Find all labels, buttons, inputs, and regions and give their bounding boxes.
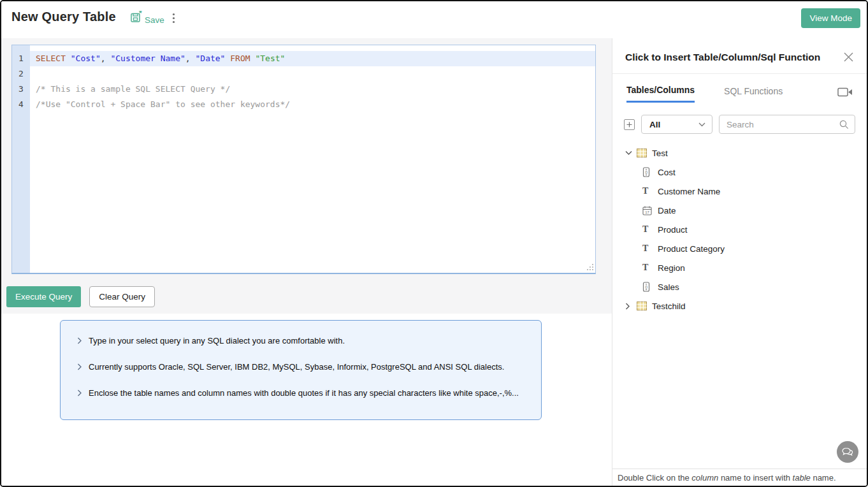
tree-node-label: Customer Name (658, 187, 720, 196)
tree-node-column[interactable]: T Product (625, 220, 867, 239)
query-editor-region: 1 2 3 4 SELECT "Cost", "Customer Name", … (1, 38, 612, 486)
chevron-down-icon (698, 122, 705, 127)
text-column-icon: T (642, 244, 658, 254)
tree-node-label: Product (658, 225, 688, 235)
tip-item: Type in your select query in any SQL dia… (77, 336, 532, 345)
expand-all-button[interactable] (624, 119, 635, 130)
table-filter-value: All (649, 120, 698, 129)
editor-resize-handle[interactable] (585, 263, 595, 272)
tree-node-table[interactable]: Testchild (625, 296, 867, 316)
chevron-right-icon (77, 337, 82, 344)
code-line-3: /* This is a sample SQL SELECT Query */ (30, 82, 595, 97)
svg-text:17: 17 (645, 210, 649, 214)
sql-token: "Test" (255, 54, 285, 63)
date-column-icon: 17 (642, 206, 658, 215)
insert-panel: Click to Insert Table/Column/Sql Functio… (612, 38, 867, 486)
tree-node-label: Testchild (652, 302, 686, 311)
plus-icon (626, 122, 632, 127)
chevron-right-icon (77, 389, 82, 396)
tree-node-column[interactable]: T Region (625, 258, 867, 277)
chevron-right-icon (77, 363, 82, 370)
chat-bubbles-icon (841, 447, 854, 458)
tree-node-label: Cost (658, 168, 676, 177)
sql-token: SELECT (36, 54, 66, 63)
insert-panel-header: Click to Insert Table/Column/Sql Functio… (612, 38, 867, 74)
svg-text:0: 0 (645, 285, 647, 289)
panel-controls: All (612, 103, 867, 134)
video-tutorial-button[interactable] (837, 87, 853, 101)
save-icon: * (130, 11, 143, 25)
view-mode-button[interactable]: View Mode (801, 8, 860, 28)
page-title: New Query Table (11, 10, 116, 24)
line-number-gutter: 1 2 3 4 (12, 45, 30, 273)
tree-node-label: Date (658, 206, 676, 215)
panel-tabs: Tables/Columns SQL Functions (612, 74, 867, 103)
text-column-icon: T (642, 263, 658, 273)
chevron-down-icon[interactable] (625, 150, 637, 156)
sql-token: FROM (230, 54, 250, 63)
search-icon (839, 120, 849, 129)
tree-node-column[interactable]: T Customer Name (625, 182, 867, 201)
code-area[interactable]: SELECT "Cost", "Customer Name", "Date" F… (30, 45, 595, 273)
line-number: 4 (12, 97, 30, 112)
tab-tables-columns[interactable]: Tables/Columns (626, 85, 695, 103)
editor-actions: Execute Query Clear Query (6, 286, 155, 307)
more-options-button[interactable] (168, 11, 179, 28)
header: New Query Table * Save View Mode (1, 1, 867, 38)
code-line-1: SELECT "Cost", "Customer Name", "Date" F… (30, 51, 595, 66)
tree-node-label: Region (658, 263, 685, 273)
number-column-icon: 0 (642, 167, 658, 177)
tree-node-label: Product Category (658, 244, 725, 254)
save-button[interactable]: * Save (130, 11, 164, 25)
close-icon (843, 52, 854, 62)
kebab-menu-icon (172, 13, 175, 24)
tree-node-label: Sales (658, 282, 679, 292)
sql-token: "Cost" (71, 54, 101, 63)
sql-editor[interactable]: 1 2 3 4 SELECT "Cost", "Customer Name", … (11, 45, 596, 274)
panel-hint: Double Click on the column name to inser… (612, 469, 867, 486)
table-icon (637, 302, 652, 310)
chevron-right-icon[interactable] (625, 303, 637, 310)
sql-token: "Date" (195, 54, 225, 63)
tree-node-column[interactable]: T Product Category (625, 239, 867, 258)
text-column-icon: T (642, 186, 658, 196)
number-column-icon: 0 (642, 282, 658, 292)
hint-column-word: column (691, 473, 718, 483)
tree-node-column[interactable]: 0 Sales (625, 277, 867, 296)
table-icon (637, 149, 652, 157)
line-number: 2 (12, 66, 30, 82)
save-label: Save (145, 15, 164, 25)
tree-node-label: Test (652, 149, 668, 158)
sql-token: "Customer Name" (110, 54, 185, 63)
tip-text: Type in your select query in any SQL dia… (89, 336, 345, 345)
code-line-2 (30, 66, 595, 82)
query-table-app: New Query Table * Save View Mode (0, 0, 868, 487)
table-filter-dropdown[interactable]: All (641, 115, 712, 134)
hint-table-word: table (793, 473, 811, 483)
line-number: 3 (12, 82, 30, 97)
insert-panel-title: Click to Insert Table/Column/Sql Functio… (625, 52, 820, 63)
code-line-4: /*Use "Control + Space Bar" to see other… (30, 97, 595, 112)
svg-text:*: * (139, 11, 142, 18)
tree-node-table[interactable]: Test (625, 143, 867, 163)
search-field (719, 115, 855, 134)
tables-tree: Test 0 Cost T Customer Name (612, 134, 867, 316)
tip-item: Currently supports Oracle, SQL Server, I… (77, 362, 532, 372)
chat-support-button[interactable] (837, 441, 858, 463)
tip-text: Currently supports Oracle, SQL Server, I… (89, 362, 504, 372)
search-input[interactable] (727, 120, 839, 129)
text-column-icon: T (642, 224, 658, 235)
tree-node-column[interactable]: 17 Date (625, 201, 867, 220)
editor-background: 1 2 3 4 SELECT "Cost", "Customer Name", … (1, 38, 612, 314)
clear-query-button[interactable]: Clear Query (89, 286, 155, 307)
tip-item: Enclose the table names and column names… (77, 388, 532, 398)
video-camera-icon (837, 87, 853, 97)
tip-text: Enclose the table names and column names… (89, 388, 519, 398)
tree-node-column[interactable]: 0 Cost (625, 163, 867, 182)
sql-tips-box: Type in your select query in any SQL dia… (60, 320, 542, 420)
close-panel-button[interactable] (842, 50, 855, 64)
svg-text:0: 0 (645, 170, 647, 175)
line-number: 1 (12, 51, 30, 66)
tab-sql-functions[interactable]: SQL Functions (724, 86, 783, 102)
execute-query-button[interactable]: Execute Query (6, 286, 81, 307)
